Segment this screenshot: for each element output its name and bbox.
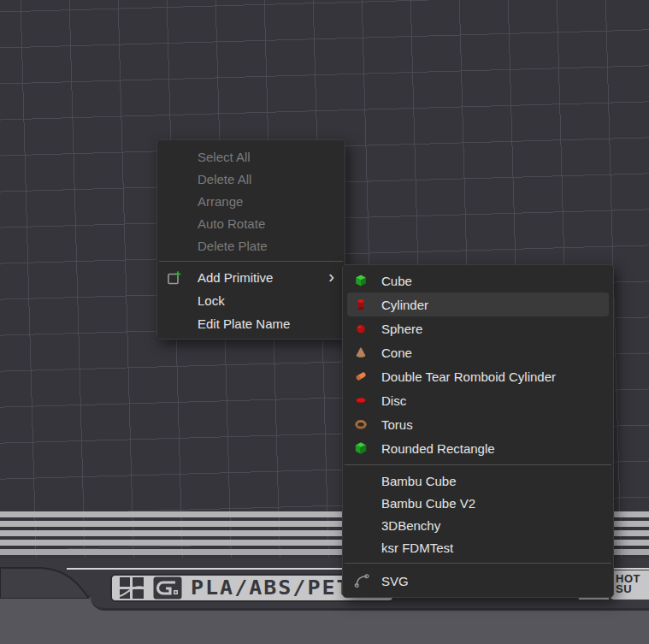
cylinder-icon	[354, 298, 368, 311]
submenu-item-disc[interactable]: Disc	[347, 388, 609, 412]
submenu-item-label: Disc	[381, 393, 406, 408]
submenu-item-label: Cone	[381, 346, 412, 360]
submenu-item-bambu-cube-v2[interactable]: Bambu Cube V2	[347, 492, 609, 514]
sphere-icon	[354, 322, 368, 335]
chevron-right-icon: ›	[328, 267, 334, 287]
menu-item-label: Arrange	[198, 194, 243, 209]
menu-item-delete-all: Delete All	[157, 168, 345, 190]
submenu-item-label: 3DBenchy	[381, 518, 440, 533]
menu-item-add-primitive[interactable]: Add Primitive ›	[157, 266, 345, 289]
rounded-rectangle-icon	[354, 441, 368, 455]
submenu-item-rounded-rectangle[interactable]: Rounded Rectangle	[347, 436, 609, 460]
submenu-item-ksr-fdmtest[interactable]: ksr FDMTest	[347, 536, 609, 558]
menu-item-label: Edit Plate Name	[198, 316, 290, 331]
menu-item-lock[interactable]: Lock	[157, 289, 345, 312]
submenu-item-label: Bambu Cube	[381, 474, 457, 488]
plate-material-label: PLA/ABS/PETG	[191, 576, 366, 600]
bezier-curve-icon	[354, 573, 370, 589]
cube-icon	[354, 274, 368, 287]
g-logo-icon	[153, 576, 182, 600]
menu-item-label: Delete All	[198, 172, 251, 186]
menu-item-edit-plate-name[interactable]: Edit Plate Name	[157, 312, 345, 335]
quadrant-logo-icon	[119, 576, 145, 600]
plate-corner-curve	[0, 558, 111, 599]
slicer-3d-viewport[interactable]: PLA/ABS/PETG HOT SU Select All Delete Al…	[0, 0, 649, 644]
menu-item-select-all: Select All	[157, 145, 345, 168]
plate-context-menu: Select All Delete All Arrange Auto Rotat…	[156, 139, 345, 340]
menu-item-label: Lock	[198, 293, 225, 308]
submenu-item-label: SVG	[381, 574, 409, 588]
submenu-item-cylinder[interactable]: Cylinder	[347, 292, 609, 316]
submenu-item-svg[interactable]: SVG	[347, 568, 609, 594]
submenu-item-3dbenchy[interactable]: 3DBenchy	[347, 514, 609, 536]
menu-item-label: Select All	[198, 150, 251, 164]
hot-surface-warning: HOT SU	[611, 570, 649, 600]
submenu-separator	[345, 563, 611, 564]
submenu-item-label: Torus	[381, 417, 413, 432]
add-primitive-icon	[167, 270, 182, 286]
submenu-item-label: Rounded Rectangle	[381, 441, 495, 456]
submenu-item-label: Cylinder	[381, 298, 428, 312]
submenu-separator	[345, 464, 611, 465]
menu-item-arrange: Arrange	[157, 190, 345, 212]
torus-icon	[354, 417, 368, 431]
submenu-item-label: Cube	[381, 274, 412, 288]
menu-item-label: Delete Plate	[198, 239, 268, 253]
submenu-item-sphere[interactable]: Sphere	[347, 316, 609, 340]
submenu-item-label: Bambu Cube V2	[381, 496, 475, 511]
disc-icon	[354, 393, 368, 407]
menu-item-label: Add Primitive	[198, 270, 273, 285]
submenu-item-label: ksr FDMTest	[381, 541, 453, 555]
submenu-item-torus[interactable]: Torus	[347, 412, 609, 436]
submenu-item-cube[interactable]: Cube	[347, 269, 609, 292]
submenu-item-label: Sphere	[381, 322, 422, 336]
submenu-item-double-tear-romboid-cylinder[interactable]: Double Tear Romboid Cylinder	[347, 364, 609, 388]
menu-item-delete-plate: Delete Plate	[157, 234, 345, 257]
menu-separator	[159, 261, 343, 262]
double-tear-romboid-cylinder-icon	[354, 369, 368, 383]
submenu-item-bambu-cube[interactable]: Bambu Cube	[347, 470, 609, 492]
menu-item-label: Auto Rotate	[198, 216, 265, 231]
cone-icon	[354, 346, 368, 359]
add-primitive-submenu: Cube Cylinder Sphere	[342, 264, 614, 598]
submenu-item-cone[interactable]: Cone	[347, 340, 609, 364]
hot-warning-line2: SU	[616, 584, 649, 594]
menu-item-auto-rotate: Auto Rotate	[157, 212, 345, 234]
submenu-item-label: Double Tear Romboid Cylinder	[381, 369, 556, 384]
